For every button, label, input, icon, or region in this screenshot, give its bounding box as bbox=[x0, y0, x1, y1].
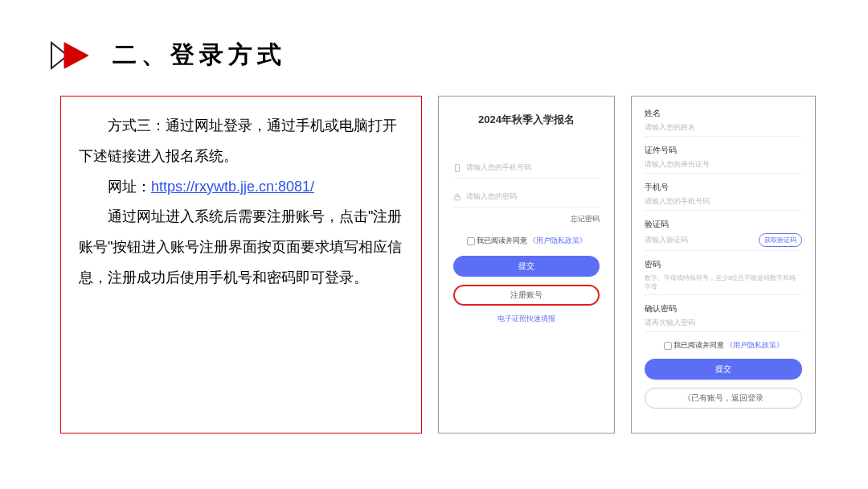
confirm-field-group: 确认密码 请再次输入密码 bbox=[645, 303, 802, 332]
name-field-group: 姓名 请输入您的姓名 bbox=[645, 108, 802, 137]
confirm-label: 确认密码 bbox=[645, 303, 802, 314]
signup-url-link[interactable]: https://rxywtb.jje.cn:8081/ bbox=[151, 179, 314, 195]
reg-phone-field-group: 手机号 请输入您的手机号码 bbox=[645, 182, 802, 211]
id-label: 证件号码 bbox=[645, 145, 802, 156]
get-code-button[interactable]: 获取验证码 bbox=[759, 233, 802, 247]
svg-rect-4 bbox=[455, 196, 460, 199]
url-prefix: 网址： bbox=[108, 179, 151, 195]
register-agree-checkbox[interactable] bbox=[664, 342, 672, 350]
login-agree-text: 我已阅读并同意 bbox=[477, 236, 527, 246]
forgot-password-link[interactable]: 忘记密码 bbox=[453, 214, 600, 224]
lock-icon bbox=[453, 193, 461, 201]
pwd-input[interactable]: 数字、字母或特殊符号，至少8位且不能是纯数字和纯字母 bbox=[645, 273, 802, 295]
reg-phone-label: 手机号 bbox=[645, 182, 802, 193]
description-box: 方式三：通过网址登录，通过手机或电脑打开下述链接进入报名系统。 网址：https… bbox=[60, 96, 422, 434]
login-password-input[interactable]: 请输入您的密码 bbox=[453, 187, 600, 208]
code-label: 验证码 bbox=[645, 219, 802, 230]
name-label: 姓名 bbox=[645, 108, 802, 119]
login-agree-row: 我已阅读并同意 《用户隐私政策》 bbox=[453, 236, 600, 246]
logo-icon bbox=[48, 39, 96, 72]
pwd-label: 密码 bbox=[645, 259, 802, 270]
login-submit-button[interactable]: 提交 bbox=[453, 256, 600, 277]
back-to-login-button[interactable]: 《已有账号，返回登录 bbox=[645, 388, 802, 409]
pwd-field-group: 密码 数字、字母或特殊符号，至少8位且不能是纯数字和纯字母 bbox=[645, 259, 802, 295]
svg-point-3 bbox=[457, 170, 458, 171]
login-phone-placeholder: 请输入您的手机号码 bbox=[466, 162, 531, 173]
code-field-group: 验证码 请输入验证码 获取验证码 bbox=[645, 219, 802, 251]
register-button[interactable]: 注册账号 bbox=[453, 285, 600, 306]
svg-marker-1 bbox=[64, 43, 88, 68]
login-phone-input[interactable]: 请输入您的手机号码 bbox=[453, 158, 600, 179]
register-submit-button[interactable]: 提交 bbox=[645, 359, 802, 380]
id-field-group: 证件号码 请输入您的身份证号 bbox=[645, 145, 802, 174]
slide-header: 二、登录方式 bbox=[0, 0, 868, 72]
slide-content: 方式三：通过网址登录，通过手机或电脑打开下述链接进入报名系统。 网址：https… bbox=[0, 72, 868, 434]
desc-p1: 方式三：通过网址登录，通过手机或电脑打开下述链接进入报名系统。 bbox=[79, 111, 403, 172]
login-password-placeholder: 请输入您的密码 bbox=[466, 191, 517, 202]
id-input[interactable]: 请输入您的身份证号 bbox=[645, 159, 802, 174]
name-input[interactable]: 请输入您的姓名 bbox=[645, 122, 802, 137]
register-agree-row: 我已阅读并同意 《用户隐私政策》 bbox=[645, 340, 802, 351]
phone-icon bbox=[453, 164, 461, 172]
login-title: 2024年秋季入学报名 bbox=[453, 113, 600, 127]
reg-phone-input[interactable]: 请输入您的手机号码 bbox=[645, 196, 802, 211]
login-screen: 2024年秋季入学报名 请输入您的手机号码 请输入您的密码 忘记密码 我已阅读并… bbox=[438, 96, 615, 434]
desc-p3: 通过网址进入系统后需要注册账号，点击"注册账号"按钮进入账号注册界面按页面要求填… bbox=[79, 202, 403, 293]
register-policy-link[interactable]: 《用户隐私政策》 bbox=[726, 340, 784, 351]
slide-title: 二、登录方式 bbox=[113, 39, 286, 72]
desc-p2: 网址：https://rxywtb.jje.cn:8081/ bbox=[79, 172, 403, 203]
register-agree-text: 我已阅读并同意 bbox=[674, 340, 724, 351]
register-screen: 姓名 请输入您的姓名 证件号码 请输入您的身份证号 手机号 请输入您的手机号码 … bbox=[631, 96, 816, 434]
code-input[interactable]: 请输入验证码 获取验证码 bbox=[645, 233, 802, 251]
ecert-link[interactable]: 电子证照快速填报 bbox=[453, 314, 600, 324]
login-agree-checkbox[interactable] bbox=[467, 237, 475, 245]
login-policy-link[interactable]: 《用户隐私政策》 bbox=[529, 236, 587, 246]
confirm-input[interactable]: 请再次输入密码 bbox=[645, 318, 802, 332]
